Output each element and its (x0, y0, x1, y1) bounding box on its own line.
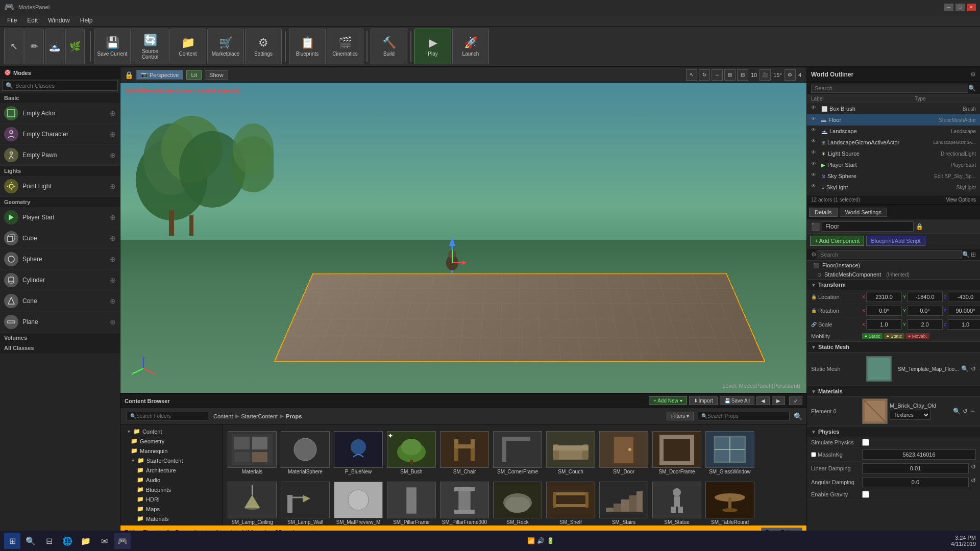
actor-item-empty-actor[interactable]: Empty Actor ⊕ (0, 103, 120, 124)
outliner-light-source[interactable]: 👁 ☀ Light Source DirectionalLight (807, 148, 980, 159)
lit-button[interactable]: Lit (186, 70, 202, 80)
pick-mesh-icon[interactable]: 🔍 (961, 365, 969, 372)
actor-item-cone[interactable]: Cone ⊕ (0, 291, 120, 312)
cb-folder-search-input[interactable] (136, 413, 198, 419)
settings-button[interactable]: ⚙ Settings (245, 29, 282, 64)
actor-item-empty-pawn[interactable]: Empty Pawn ⊕ (0, 145, 120, 166)
scale-x-input[interactable] (866, 319, 902, 330)
search-classes-input[interactable] (15, 83, 114, 89)
ue4-app[interactable]: 🎮 (114, 533, 131, 549)
asset-sm-couch[interactable]: SM_Couch (545, 429, 596, 477)
component-search-input[interactable] (817, 250, 962, 259)
modes-foliage-button[interactable]: 🌿 (65, 29, 85, 64)
actor-item-point-light[interactable]: Point Light ⊕ (0, 176, 120, 197)
mail-app[interactable]: ✉ (96, 533, 112, 549)
cb-nav-forward-button[interactable]: ▶ (772, 396, 785, 405)
pick-mat-icon[interactable]: 🔍 (953, 408, 961, 415)
movable-badge[interactable]: ● Movab. (905, 333, 929, 339)
outliner-settings-icon[interactable]: ⚙ (970, 71, 976, 78)
list-view-icon[interactable]: ⊞ (971, 251, 976, 258)
actor-item-sphere[interactable]: Sphere ⊕ (0, 249, 120, 270)
cone-add[interactable]: ⊕ (110, 297, 116, 305)
task-view-button[interactable]: ⊟ (41, 533, 57, 549)
viewport-grid-button[interactable]: ⊟ (737, 69, 748, 81)
mass-override-checkbox[interactable] (811, 452, 816, 457)
outliner-sky-sphere[interactable]: 👁 ⊙ Sky Sphere Edit BP_Sky_Sp... (807, 170, 980, 182)
close-button[interactable]: ✕ (967, 4, 976, 11)
cb-nav-back-button[interactable]: ◀ (756, 396, 770, 405)
actor-name-input[interactable] (822, 221, 914, 232)
outliner-box-brush[interactable]: 👁 ⬜ Box Brush Brush (807, 103, 980, 114)
outliner-landscape[interactable]: 👁 🗻 Landscape Landscape (807, 126, 980, 137)
point-light-add[interactable]: ⊕ (110, 182, 116, 190)
save-all-button[interactable]: 💾 Save All (720, 396, 754, 405)
asset-sm-tableround[interactable]: SM_TableRound (704, 479, 755, 525)
scale-z-input[interactable] (948, 319, 980, 330)
transform-section-header[interactable]: ▼ Transform (807, 279, 980, 290)
maximize-button[interactable]: □ (955, 4, 965, 11)
scale-y-input[interactable] (907, 319, 943, 330)
add-component-button[interactable]: + Add Component (810, 236, 864, 246)
rotation-z-input[interactable] (948, 306, 980, 316)
modes-select-button[interactable]: ↖ (4, 29, 23, 64)
location-x-input[interactable] (866, 292, 902, 302)
menu-file[interactable]: File (2, 16, 22, 25)
rotate-tool-button[interactable]: ↻ (699, 69, 710, 81)
angular-reset-icon[interactable]: ↺ (971, 477, 976, 487)
static-mesh-component-item[interactable]: ⊙ StaticMeshComponent (Inherited) (807, 270, 980, 279)
static-badge[interactable]: ● Static (862, 333, 883, 339)
asset-materials[interactable]: Materials (227, 429, 278, 477)
location-y-input[interactable] (907, 292, 943, 302)
cb-asset-search-input[interactable] (707, 413, 779, 419)
cylinder-add[interactable]: ⊕ (110, 276, 116, 284)
marketplace-button[interactable]: 🛒 Marketplace (207, 29, 244, 64)
arrow-mesh-icon[interactable]: → (978, 365, 980, 372)
actor-item-empty-character[interactable]: Empty Character ⊕ (0, 124, 120, 145)
actor-item-cube[interactable]: Cube ⊕ (0, 228, 120, 249)
player-start-add[interactable]: ⊕ (110, 213, 116, 221)
arrow-mat-icon[interactable]: → (970, 408, 976, 415)
reset-mesh-icon[interactable]: ↺ (971, 365, 976, 372)
menu-help[interactable]: Help (75, 16, 98, 25)
actor-item-cylinder[interactable]: Cylinder ⊕ (0, 270, 120, 291)
materials-section-header[interactable]: ▼ Materials (807, 386, 980, 397)
build-button[interactable]: 🔨 Build (371, 29, 407, 64)
asset-sm-glasswindow[interactable]: SM_GlassWindow (704, 429, 755, 477)
folder-content[interactable]: ▼ 📁 Content (122, 427, 220, 436)
import-button[interactable]: ⬇ Import (689, 396, 718, 405)
angular-damping-input[interactable] (862, 477, 969, 487)
outliner-floor[interactable]: 👁 ▬ Floor StaticMeshActor (807, 114, 980, 126)
floor-instance-item[interactable]: ⬛ Floor(Instance) (807, 261, 980, 270)
menu-window[interactable]: Window (43, 16, 75, 25)
cube-add[interactable]: ⊕ (110, 234, 116, 242)
blueprint-add-script-button[interactable]: Blueprint/Add Script (866, 236, 925, 246)
asset-materialsphere[interactable]: MaterialSphere (280, 429, 331, 477)
cb-maximize-button[interactable]: ⤢ (789, 396, 802, 405)
cb-filters-button[interactable]: Filters ▾ (667, 412, 694, 420)
viewport-options-button[interactable]: ⚙ (785, 69, 796, 81)
bc-props[interactable]: Props (286, 413, 302, 419)
launch-button[interactable]: 🚀 Launch (452, 29, 489, 64)
mass-input[interactable] (862, 449, 976, 460)
bc-starter[interactable]: StarterContent (241, 413, 278, 419)
edge-browser[interactable]: 🌐 (59, 533, 76, 549)
asset-sm-bush[interactable]: ✦ SM_Bush (386, 429, 437, 477)
rotation-x-input[interactable] (866, 306, 902, 316)
folder-hdri[interactable]: 📁 HDRI (122, 494, 220, 504)
reset-mat-icon[interactable]: ↺ (963, 408, 968, 415)
stationary-badge[interactable]: ● Static (884, 333, 904, 339)
search-button[interactable]: 🔍 (22, 533, 39, 549)
outliner-search-input[interactable] (811, 84, 968, 93)
sphere-add[interactable]: ⊕ (110, 255, 116, 263)
folder-audio[interactable]: 📁 Audio (122, 475, 220, 485)
outliner-landscape-gizmo[interactable]: 👁 ⊞ LandscapeGizmoActiveActor LandscapeG… (807, 137, 980, 148)
enable-gravity-checkbox[interactable] (862, 491, 869, 498)
play-button[interactable]: ▶ Play (414, 29, 451, 64)
asset-sm-lamp-ceiling[interactable]: SM_Lamp_Ceiling (227, 479, 278, 525)
menu-edit[interactable]: Edit (22, 16, 43, 25)
outliner-skylight[interactable]: 👁 ○ SkyLight SkyLight (807, 182, 980, 193)
show-button[interactable]: Show (205, 70, 228, 80)
folder-mannequin[interactable]: 📁 Mannequin (122, 446, 220, 456)
source-control-button[interactable]: 🔄 Source Control (132, 29, 168, 64)
empty-character-add[interactable]: ⊕ (110, 130, 116, 138)
